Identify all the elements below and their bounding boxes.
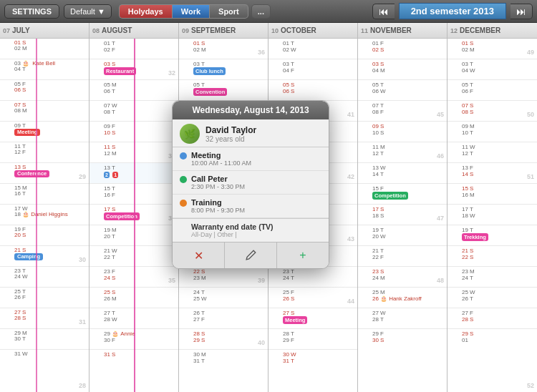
event-title: Meeting xyxy=(191,151,321,160)
default-button[interactable]: Default ▼ xyxy=(64,4,112,19)
week-badge: 40 xyxy=(258,339,265,346)
add-button[interactable]: + xyxy=(277,242,329,268)
august-header: 08AUGUST xyxy=(90,23,178,39)
popup-footer: ✕ + xyxy=(173,242,329,268)
week-badge: 35 xyxy=(168,277,175,284)
popup-event-2[interactable]: Call Peter 2:30 PM - 3:30 PM xyxy=(173,171,329,195)
november-header: 11NOVEMBER xyxy=(358,23,447,39)
event-time: 10:00 AM - 11:00 AM xyxy=(191,160,321,167)
week-row: 27 S 28 S 31 xyxy=(0,308,89,329)
week-row: 17 S 18 S 47 xyxy=(358,205,447,225)
december-column: 12DECEMBER 01 S 02 M 49 03 T 04 W xyxy=(448,23,537,392)
event-pill-conference[interactable]: Conference xyxy=(14,170,49,177)
week-row: 17 T 18 W xyxy=(448,205,537,225)
holydays-filter[interactable]: Holydays xyxy=(119,4,172,19)
more-filter[interactable]: ... xyxy=(251,4,271,19)
week-row: 15 F Competition xyxy=(358,184,447,205)
event-time: 8:00 PM - 9:30 PM xyxy=(191,207,321,214)
filter-buttons: Holydays Work Sport ... xyxy=(119,4,271,19)
allday-title: Warranty end date (TV) xyxy=(191,222,321,231)
week-row: 07 T 08 F 45 xyxy=(358,101,447,122)
week-row: 25 W 26 T xyxy=(448,288,537,308)
event-pill-camping[interactable]: Camping xyxy=(14,253,43,260)
week-row: 21 T 22 F xyxy=(358,246,447,267)
delete-button[interactable]: ✕ xyxy=(173,242,225,268)
work-filter[interactable]: Work xyxy=(172,4,210,19)
club-lunch-pill[interactable]: Club lunch xyxy=(193,67,226,75)
august-body: 01 T 02 F 03 S Restaurant 32 05 M 06 xyxy=(90,39,178,392)
event-time: 2:30 PM - 3:30 PM xyxy=(191,183,321,190)
popup-header: Wednesday, August 14, 2013 xyxy=(173,101,329,119)
week-row: 29 M 30 T xyxy=(0,329,89,350)
edit-button[interactable] xyxy=(225,242,277,268)
week-row: 17 W 18 🎂Daniel Higgins xyxy=(0,205,89,225)
week-row: 03 S 04 M xyxy=(358,59,447,80)
trekking-pill[interactable]: Trekking xyxy=(462,233,488,241)
week-row: 13 F 14 S 51 xyxy=(448,163,537,184)
week-badge: 39 xyxy=(258,277,265,284)
week-row: 11 M 12 T 46 xyxy=(358,142,447,163)
week-row: 15 S 16 M xyxy=(448,184,537,205)
october-header: 10OCTOBER xyxy=(268,23,357,39)
week-badge: 45 xyxy=(437,111,444,118)
week-row: 11 T 12 F xyxy=(0,142,89,163)
week-row: 05 T Convention xyxy=(179,80,268,101)
pink-vertical xyxy=(36,39,37,392)
meeting-pill[interactable]: Meeting xyxy=(283,316,307,324)
popup-event-1[interactable]: Meeting 10:00 AM - 11:00 AM xyxy=(173,147,329,171)
week-row: 21 S 22 S 52 xyxy=(448,246,537,267)
week-badge: 44 xyxy=(347,298,354,305)
week-row: 03 T Club lunch xyxy=(179,59,268,80)
july-body: 01 S 02 M 03 🎂Kate Bell 04 T 05 F 06 S xyxy=(0,39,89,392)
week-row: 01 S 02 M xyxy=(0,39,89,59)
prev-semester-button[interactable]: ⏮ xyxy=(372,4,395,19)
week-row: 01 F 02 S xyxy=(358,39,447,59)
week-row: 30 M 31 T xyxy=(179,350,268,371)
toolbar: SETTINGS Default ▼ Holydays Work Sport .… xyxy=(0,0,537,23)
week-row: 13 W 14 T xyxy=(358,163,447,184)
week-badge: 41 xyxy=(347,111,354,118)
event-popup[interactable]: Wednesday, August 14, 2013 🌿 David Taylo… xyxy=(172,100,329,269)
week-row: 05 T 06 W xyxy=(358,80,447,101)
event-dot xyxy=(180,200,187,207)
badge-2: 2 xyxy=(104,172,110,178)
week-row: 30 W 31 T xyxy=(268,350,357,371)
settings-button[interactable]: SETTINGS xyxy=(4,4,59,19)
week-row: 07 S 08 M 28 xyxy=(0,101,89,122)
july-column: 07JULY 01 S 02 M 03 🎂Kate Bell 04 T xyxy=(0,23,90,392)
week-row: 05 S 06 S xyxy=(268,80,357,101)
week-row: 09 S 10 S xyxy=(358,122,447,142)
restaurant-pill[interactable]: Restaurant xyxy=(104,67,136,75)
popup-event-3[interactable]: Training 8:00 PM - 9:30 PM xyxy=(173,195,329,218)
event-dot xyxy=(180,152,187,160)
badge-1: 1 xyxy=(112,172,118,178)
week-row: 25 F 26 S 44 xyxy=(268,288,357,308)
event-dot xyxy=(180,176,187,183)
week-badge: 42 xyxy=(347,173,354,180)
week-row: 03 T 04 W xyxy=(448,59,537,80)
week-row: 03 🎂Kate Bell 04 T xyxy=(0,59,89,80)
week-badge: 49 xyxy=(527,49,534,56)
week-badge: 51 xyxy=(527,173,534,180)
popup-person: 🌿 David Taylor 32 years old xyxy=(173,119,329,147)
week-row: 23 T 24 W xyxy=(0,267,89,288)
week-row: 05 F 06 S xyxy=(0,80,89,101)
sport-filter[interactable]: Sport xyxy=(210,4,248,19)
week-row: 09 M 10 T xyxy=(448,122,537,142)
convention-pill[interactable]: Convention xyxy=(193,88,227,96)
week-badge: 52 xyxy=(527,382,534,389)
week-row: 23 S 24 M 48 xyxy=(358,267,447,288)
week-row: 29 F 30 S xyxy=(358,329,447,350)
week-row: 01 S 02 M 49 xyxy=(448,39,537,59)
competition-nov-pill[interactable]: Competition xyxy=(372,192,408,200)
week-badge: 50 xyxy=(527,111,534,118)
avatar: 🌿 xyxy=(180,124,200,144)
august-column: 08AUGUST 01 T 02 F 03 S Restaurant xyxy=(90,23,179,392)
next-semester-button[interactable]: ⏭ xyxy=(511,4,533,19)
week-badge: 36 xyxy=(258,49,265,56)
popup-person-age: 32 years old xyxy=(205,135,256,143)
week-row: 31 W xyxy=(0,350,89,371)
allday-subtitle: All-Day | Other | xyxy=(191,231,321,238)
week-row: 11 W 12 T xyxy=(448,142,537,163)
week-row: 26 T 27 F xyxy=(179,308,268,329)
